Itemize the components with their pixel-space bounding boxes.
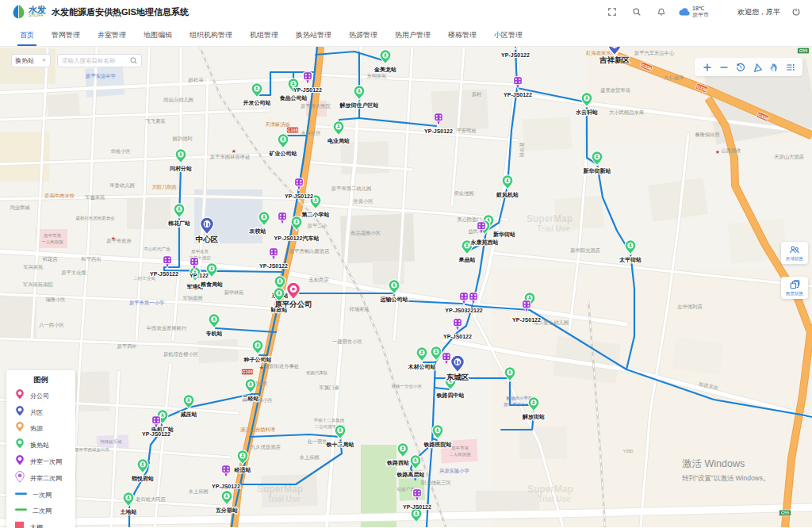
svg-text:祥瑞家苑: 祥瑞家苑 xyxy=(349,306,369,312)
svg-text:原平实达中学: 原平实达中学 xyxy=(86,73,116,79)
svg-text:矿业公司站: 矿业公司站 xyxy=(269,150,297,157)
svg-text:二轻工业局: 二轻工业局 xyxy=(133,276,155,281)
search-icon[interactable] xyxy=(632,7,642,17)
area-switch-button[interactable]: 区域切换 xyxy=(781,242,808,264)
svg-text:G108: G108 xyxy=(287,128,297,132)
svg-text:YP-JS0122: YP-JS0122 xyxy=(212,484,240,489)
legend-label: 井室一次网 xyxy=(30,457,62,466)
legend-item-8: 大棚 xyxy=(6,519,75,528)
svg-text:YP-JS0122: YP-JS0122 xyxy=(504,92,532,98)
svg-text:YP-JS0122: YP-JS0122 xyxy=(443,334,472,339)
legend-label: 井室二次网 xyxy=(30,474,62,483)
legend-swatch-2 xyxy=(15,421,25,436)
svg-text:新华街: 新华街 xyxy=(519,143,525,159)
svg-text:新华街站: 新华街站 xyxy=(492,231,515,238)
svg-text:水上乐园: 水上乐园 xyxy=(299,454,319,461)
nav-tab-10[interactable]: 小区管理 xyxy=(485,24,531,46)
svg-text:SuperMap: SuperMap xyxy=(527,484,573,495)
svg-text:食品公司站: 食品公司站 xyxy=(279,95,308,101)
layer-switch-button[interactable]: 图层切换 xyxy=(781,277,808,299)
history-button[interactable] xyxy=(736,63,745,72)
zoom-in-button[interactable] xyxy=(703,63,712,72)
map-container[interactable]: ★★★★原平实达中学妙祥寺雨起点幼儿园飞飞童装丽韵便利原平市园林管理处华校小区大… xyxy=(0,47,812,527)
svg-text:水云轩站: 水云轩站 xyxy=(575,109,598,116)
svg-text:铁路汽车队: 铁路汽车队 xyxy=(305,370,328,376)
svg-text:丽韵便利: 丽韵便利 xyxy=(172,136,192,142)
svg-text:新华林苑: 新华林苑 xyxy=(224,289,243,296)
svg-text:二人民医院: 二人民医院 xyxy=(449,452,471,457)
nav-tab-8[interactable]: 热用户管理 xyxy=(386,24,439,46)
svg-text:YP-JS0122汽车站: YP-JS0122汽车站 xyxy=(274,235,320,242)
app-logo: 水发 SHUIFA xyxy=(11,4,46,21)
map-canvas[interactable]: ★★★★原平实达中学妙祥寺雨起点幼儿园飞飞童装丽韵便利原平市园林管理处华校小区大… xyxy=(0,47,812,527)
svg-text:YP-JS0122: YP-JS0122 xyxy=(150,271,178,277)
legend-item-4: 井室一次网 xyxy=(6,453,75,470)
legend-swatch-5 xyxy=(15,471,25,486)
svg-text:泰隆招待所: 泰隆招待所 xyxy=(695,132,720,138)
svg-text:原平市政府: 原平市政府 xyxy=(106,238,131,243)
zoom-out-button[interactable] xyxy=(719,63,729,72)
layer-switch-label: 图层切换 xyxy=(786,291,803,297)
layers-icon xyxy=(790,280,800,289)
svg-text:盛美农贸市场: 盛美农贸市场 xyxy=(600,87,630,94)
svg-text:军属门诊: 军属门诊 xyxy=(319,385,339,390)
page-title: 水发能源盾安供热GIS地理信息系统 xyxy=(52,6,189,18)
svg-text:东明家苑: 东明家苑 xyxy=(366,73,386,79)
svg-text:原平市西城派出所: 原平市西城派出所 xyxy=(75,447,110,453)
svg-text:雨起点幼儿园: 雨起点幼儿园 xyxy=(163,97,193,103)
svg-text:种子公司站: 种子公司站 xyxy=(243,357,272,363)
svg-text:中心时代广场: 中心时代广场 xyxy=(144,247,170,252)
svg-text:大小武精品水果: 大小武精品水果 xyxy=(609,109,645,116)
nav-tab-9[interactable]: 楼栋管理 xyxy=(439,24,485,46)
legend-swatch-0 xyxy=(15,388,25,404)
nav-tab-2[interactable]: 井室管理 xyxy=(89,24,135,46)
fullscreen-icon[interactable] xyxy=(607,7,617,17)
svg-text:铁路四中站: 铁路四中站 xyxy=(436,392,465,399)
svg-text:中心区: 中心区 xyxy=(196,235,219,243)
nav-tab-1[interactable]: 管网管理 xyxy=(43,24,89,46)
people-icon xyxy=(789,245,800,254)
svg-text:SuperMap: SuperMap xyxy=(257,484,303,495)
search-icon[interactable] xyxy=(130,57,137,64)
bell-icon[interactable] xyxy=(657,7,666,17)
svg-text:久仁超市: 久仁超市 xyxy=(664,75,684,81)
svg-text:YP-JS0122: YP-JS0122 xyxy=(293,87,322,93)
svg-text:木材公司站: 木材公司站 xyxy=(408,363,436,370)
svg-text:原平四中: 原平四中 xyxy=(117,343,136,350)
nav-tab-6[interactable]: 换热站管理 xyxy=(287,24,340,46)
svg-text:食品花园小区: 食品花园小区 xyxy=(350,230,381,236)
svg-text:YP-JS0122: YP-JS0122 xyxy=(512,317,541,323)
svg-text:永康苑西站: 永康苑西站 xyxy=(470,239,499,246)
weather-temp: 18℃ xyxy=(692,6,709,12)
svg-text:减压站: 减压站 xyxy=(181,411,197,418)
svg-text:果品站: 果品站 xyxy=(458,257,476,263)
nav-tab-0[interactable]: 首页 xyxy=(11,24,43,46)
logout-icon[interactable] xyxy=(791,7,801,17)
svg-text:站前广场: 站前广场 xyxy=(396,487,415,492)
svg-text:一人民医院: 一人民医院 xyxy=(41,239,63,245)
layers-button[interactable] xyxy=(786,63,795,72)
search-input[interactable]: 请输入搜索目标名称 xyxy=(57,54,142,67)
pan-button[interactable] xyxy=(769,63,779,72)
svg-text:原平市第一小学: 原平市第一小学 xyxy=(129,300,165,305)
svg-text:★: ★ xyxy=(715,149,720,155)
svg-text:YP..122: YP..122 xyxy=(190,273,209,278)
svg-text:军兴家苑南院: 军兴家苑南院 xyxy=(23,281,53,288)
svg-text:铁十二局站: 铁十二局站 xyxy=(326,442,354,448)
svg-text:原平文化馆: 原平文化馆 xyxy=(61,270,86,276)
nav-tab-3[interactable]: 地图编辑 xyxy=(135,24,181,46)
nav-tab-7[interactable]: 热源管理 xyxy=(340,24,386,46)
svg-text:G55: G55 xyxy=(799,48,807,53)
search-category-select[interactable]: 换热站 ▼ xyxy=(11,54,51,67)
svg-text:鸿业商城: 鸿业商城 xyxy=(10,205,30,210)
nav-tab-5[interactable]: 机组管理 xyxy=(241,24,287,46)
weather-cloud-icon xyxy=(679,8,690,16)
nav-tab-4[interactable]: 组织机构管理 xyxy=(181,24,241,46)
svg-text:YP-JS0122: YP-JS0122 xyxy=(424,128,453,134)
svg-text:中国农业发展银行: 中国农业发展银行 xyxy=(147,325,187,331)
main-nav: 首页管网管理井室管理地图编辑组织机构管理机组管理换热站管理热源管理热用户管理楼栋… xyxy=(0,24,812,47)
map-legend: 图例 分公司片区热源换热站井室一次网井室二次网一次网二次网大棚 xyxy=(6,370,75,528)
svg-text:明珠娱乐城: 明珠娱乐城 xyxy=(100,439,122,444)
svg-text:吉祥新区: 吉祥新区 xyxy=(599,55,630,64)
measure-button[interactable] xyxy=(753,63,762,72)
